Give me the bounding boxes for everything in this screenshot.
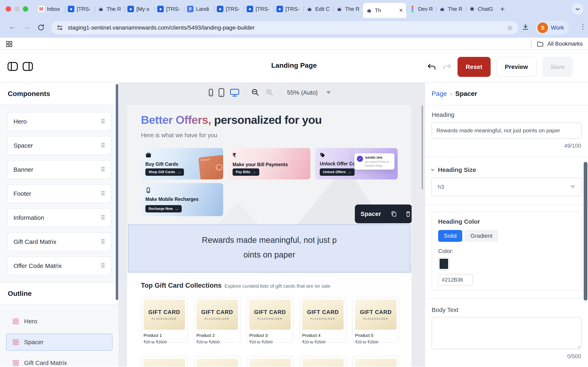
tab-jira[interactable]: ◆ [TRS- [244,0,274,18]
tab-rewards[interactable]: The R [436,0,466,18]
action-card-gift-cards[interactable]: Buy Gift Cards Gift Card 🎁 Shop Gift Car… [141,148,223,179]
zoom-in-icon[interactable] [265,88,274,97]
tab-inbox[interactable]: M Inbox [35,0,65,18]
save-button[interactable]: Save [542,57,573,77]
gift-card-product-partial[interactable] [300,356,346,367]
gift-card-product-partial[interactable] [141,356,188,367]
browser-menu-icon[interactable]: ⋮ [579,22,586,31]
tab-edit[interactable]: Edit C [303,0,333,18]
heading-size-toggle[interactable]: Heading Size [432,166,476,173]
gift-card-product[interactable]: GIFT CARDPLACEHOLDER Product 2 ₹20 to ₹2… [194,297,241,342]
hex-color-input[interactable] [438,274,473,285]
tab-search-button[interactable] [572,3,584,15]
gift-card-product-partial[interactable] [352,356,399,367]
tab-chatgpt[interactable]: ✳ ChatG [466,0,496,18]
component-information[interactable]: Information ⠿ [7,208,111,227]
profile-button[interactable]: S Work [536,21,569,35]
component-gift-card-matrix[interactable]: Gift Card Matrix ⠿ [7,233,111,251]
mobile-view-icon[interactable] [209,89,213,96]
duplicate-icon[interactable] [387,210,401,217]
heading-size-select[interactable]: h3 [432,178,581,196]
tab-label: Th [375,7,396,14]
tab-label: [My o [136,6,151,12]
outline-label: Gift Card Matrix [24,359,67,366]
apps-grid-icon[interactable] [6,41,13,48]
breadcrumb-page-link[interactable]: Page [432,90,447,98]
solid-mode-button[interactable]: Solid [438,230,462,242]
component-spacer[interactable]: Spacer ⠿ [7,136,111,155]
delete-icon[interactable] [401,210,412,217]
product-name: Product 3 [249,333,291,338]
drag-handle-icon[interactable]: ⠿ [101,166,105,173]
url-bar[interactable]: staging1-sentinel.vananamrewards.com/cli… [51,21,518,34]
gift-card-product[interactable]: GIFT CARDPLACEHOLDER Product 4 ₹20 to ₹2… [300,297,346,342]
recharge-now-button[interactable]: Recharge Now→ [145,205,182,212]
window-controls[interactable] [6,6,28,12]
pay-bills-button[interactable]: Pay Bills→ [233,168,259,176]
drag-handle-icon[interactable]: ⠿ [101,238,105,245]
url-text[interactable]: staging1-sentinel.vananamrewards.com/cli… [68,25,507,31]
tab-jira[interactable]: ◆ [TRS- [65,0,95,18]
gift-card-product[interactable]: GIFT CARDPLACEHOLDER Product 3 ₹20 to ₹2… [247,297,293,342]
all-bookmarks-label[interactable]: All Bookmarks [547,41,583,47]
tab-rewards[interactable]: The R [333,0,363,18]
tab-landing[interactable]: Landi [184,0,214,18]
close-window-button[interactable] [6,6,11,12]
action-card-offer-codes[interactable]: Unlock Offer Codes ✓ SAVED 15% you saved… [315,148,398,179]
reset-button[interactable]: Reset [458,57,491,77]
redo-icon[interactable] [442,63,452,71]
drag-handle-icon[interactable]: ⠿ [101,214,105,221]
tab-figma[interactable]: Dev R [406,0,436,18]
gradient-mode-button[interactable]: Gradient [465,230,498,242]
zoom-dropdown-icon[interactable] [326,91,331,94]
download-icon[interactable] [522,23,529,31]
close-tab-icon[interactable]: ✕ [398,8,403,13]
window-scrollbar[interactable] [584,162,587,300]
tab-active[interactable]: Th ✕ [363,3,406,18]
back-button[interactable]: ← [9,23,16,31]
tab-rewards[interactable]: The R [95,0,125,18]
drag-handle-icon[interactable]: ⠿ [101,190,105,197]
body-text-input[interactable] [432,317,581,349]
zoom-level-label[interactable]: 55% (Auto) [287,89,318,96]
zoom-out-icon[interactable] [251,88,260,97]
canvas-scrollbar[interactable] [422,106,423,189]
action-card-bill-payments[interactable]: ₹ Make your Bill Payments Pay Bills→ [228,148,310,179]
reload-button[interactable] [37,24,45,31]
gift-card-product-partial[interactable] [247,356,293,367]
action-card-mobile-recharges[interactable]: Make Mobile Recharges Recharge Now→ [141,183,223,216]
desktop-view-icon[interactable] [230,88,239,97]
sidebar-scrollbar[interactable] [116,84,118,300]
forward-button[interactable]: → [23,23,30,31]
component-offer-code-matrix[interactable]: Offer Code Matrix ⠿ [7,257,111,275]
heading-input[interactable] [432,122,581,139]
gift-card-product[interactable]: GIFT CARDPLACEHOLDER Product 5 ₹20 to ₹2… [352,297,399,342]
drag-handle-icon[interactable]: ⠿ [101,142,105,149]
spacer-block-selected[interactable]: Rewards made meaningful, not just p oint… [128,225,410,272]
gift-card-product[interactable]: GIFT CARDPLACEHOLDER Product 1 ₹20 to ₹2… [141,297,188,342]
undo-icon[interactable] [427,63,436,71]
component-hero[interactable]: Hero ⠿ [7,112,111,131]
gift-card-product-partial[interactable] [194,356,241,367]
drag-handle-icon[interactable]: ⠿ [101,262,105,269]
tablet-view-icon[interactable] [219,88,224,97]
tab-jira[interactable]: ◆ [TRS- [214,0,244,18]
drag-handle-icon[interactable]: ⠿ [101,118,105,125]
zoom-window-button[interactable] [23,6,28,12]
shop-gift-cards-button[interactable]: Shop Gift Cards→ [145,168,184,176]
outline-item-spacer[interactable]: Spacer [6,334,112,351]
preview-button[interactable]: Preview [496,57,536,77]
tune-icon[interactable] [56,24,63,31]
outline-item-hero[interactable]: Hero [6,313,112,330]
minimize-window-button[interactable] [14,6,20,12]
new-tab-button[interactable]: + [500,5,505,13]
unlock-offers-button[interactable]: Unlock Offers→ [320,168,355,176]
bookmark-star-icon[interactable]: ☆ [507,24,513,32]
color-swatch[interactable] [438,257,450,270]
tab-jira[interactable]: ◆ [My o [125,0,154,18]
component-footer[interactable]: Footer ⠿ [7,184,111,203]
outline-item-gift-card-matrix[interactable]: Gift Card Matrix [6,354,112,367]
tab-jira[interactable]: ◆ [TRS- [154,0,184,18]
tab-jira[interactable]: ◆ [TRS- [274,0,303,18]
component-banner[interactable]: Banner ⠿ [7,160,111,179]
